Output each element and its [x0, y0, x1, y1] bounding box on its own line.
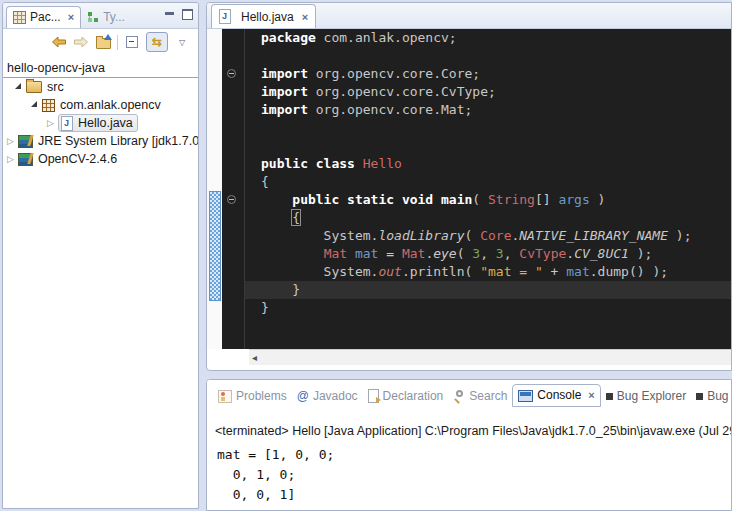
tree-item-src[interactable]: src — [3, 78, 198, 96]
tree-item-jre-system-library[interactable]: ▷JRE System Library [jdk1.7.0 — [3, 132, 198, 150]
code-token: org.opencv.core.CvType; — [308, 84, 496, 99]
tree-item-label: Hello.java — [78, 116, 133, 130]
square-icon — [696, 393, 703, 400]
code-token: ); — [629, 246, 652, 261]
code-editor[interactable]: package com.anlak.opencv;import org.open… — [222, 29, 731, 349]
fold-collapse-icon[interactable] — [227, 195, 236, 204]
twisty-expanded-icon[interactable] — [31, 101, 37, 107]
view-window-buttons — [165, 9, 193, 20]
tab-label: Search — [469, 389, 507, 403]
code-token: { — [261, 174, 269, 189]
close-icon[interactable]: × — [588, 390, 594, 400]
code-token: System. — [261, 264, 378, 279]
code-area[interactable]: package com.anlak.opencv;import org.open… — [245, 29, 731, 349]
code-line: } — [245, 281, 731, 299]
fold-collapse-icon[interactable] — [227, 69, 236, 78]
tree-item-label: src — [47, 80, 64, 94]
code-line: import org.opencv.core.CvType; — [261, 83, 731, 101]
console-tab-bug[interactable]: Bug — [691, 386, 732, 407]
console-tab-javadoc[interactable]: @Javadoc — [292, 386, 363, 407]
tab-package-explorer[interactable]: Pac... × — [6, 6, 81, 28]
console-tab-declaration[interactable]: Declaration — [363, 386, 449, 407]
code-token — [261, 246, 324, 261]
console-tab-console[interactable]: Console× — [512, 384, 600, 407]
tree-item-opencv-246[interactable]: ▷OpenCV-2.4.6 — [3, 150, 198, 168]
code-token: org.opencv.core.Core; — [308, 66, 480, 81]
code-token: Mat — [402, 246, 425, 261]
code-token: org.opencv.core.Mat; — [308, 102, 472, 117]
code-token: ) — [590, 192, 606, 207]
tree-item-com-anlak-opencv[interactable]: com.anlak.opencv — [3, 96, 198, 114]
console-output[interactable]: mat = [1, 0, 0; 0, 1, 0; 0, 0, 1] — [217, 445, 334, 505]
close-icon[interactable]: × — [302, 12, 308, 22]
fold-gutter — [222, 29, 245, 349]
go-into-button[interactable] — [95, 33, 111, 51]
tab-label: Javadoc — [313, 389, 358, 403]
code-token: CvType — [519, 246, 566, 261]
square-icon — [606, 393, 613, 400]
java-file-icon — [219, 9, 231, 24]
code-token: "mat = " — [480, 264, 543, 279]
code-token: } — [261, 282, 300, 297]
back-button[interactable] — [51, 33, 67, 51]
code-token: . — [566, 246, 574, 261]
tab-label: Ty... — [103, 10, 125, 24]
code-token: , — [504, 246, 520, 261]
tab-label: Bug Explorer — [617, 389, 686, 403]
code-token: + — [543, 264, 566, 279]
minimize-icon[interactable] — [165, 12, 174, 18]
code-token: { — [292, 210, 300, 225]
console-tab-problems[interactable]: Problems — [213, 386, 292, 407]
code-token: ( — [472, 192, 488, 207]
maximize-icon[interactable] — [182, 9, 193, 20]
source-folder-icon — [26, 81, 42, 93]
code-line — [261, 119, 731, 137]
tree-item-project-root[interactable]: hello-opencv-java — [3, 59, 198, 78]
console-tabbar: Problems@JavadocDeclarationSearchConsole… — [207, 380, 731, 407]
twisty-expanded-icon[interactable] — [15, 83, 21, 89]
twisty-collapsed-icon[interactable]: ▷ — [7, 136, 14, 146]
library-icon — [18, 153, 33, 166]
package-explorer-toolbar: ⇆ ▽ — [3, 29, 198, 55]
link-with-editor-button[interactable]: ⇆ — [146, 32, 168, 52]
close-icon[interactable]: × — [68, 12, 74, 22]
scroll-left-arrow-icon[interactable]: ◂ — [249, 352, 257, 363]
code-token: import — [261, 66, 308, 81]
horizontal-scrollbar[interactable]: ◂ — [249, 349, 731, 365]
tree-item-label: com.anlak.opencv — [60, 98, 161, 112]
code-token: String — [488, 192, 535, 207]
twisty-collapsed-icon[interactable]: ▷ — [47, 118, 54, 128]
eclipse-workbench: Pac... × Ty... ⇆ ▽ hello — [0, 0, 732, 511]
console-tab-bug-explorer[interactable]: Bug Explorer — [601, 386, 691, 407]
search-icon — [453, 390, 465, 402]
code-token: .dump() ); — [590, 264, 668, 279]
tree-item-hello-java[interactable]: ▷Hello.java — [3, 114, 198, 132]
code-token: CV_8UC1 — [574, 246, 629, 261]
code-line: { — [261, 173, 731, 191]
code-token: System. — [261, 228, 378, 243]
code-token: package — [261, 30, 316, 45]
view-menu-button[interactable]: ▽ — [174, 33, 190, 51]
code-line: import org.opencv.core.Mat; — [261, 101, 731, 119]
tree-selection: Hello.java — [58, 114, 138, 132]
code-line: Mat mat = Mat.eye( 3, 3, CvType.CV_8UC1 … — [261, 245, 731, 263]
forward-button[interactable] — [73, 33, 89, 51]
javadoc-icon: @ — [297, 390, 309, 402]
tab-type-hierarchy[interactable]: Ty... — [81, 7, 131, 28]
code-line — [261, 335, 731, 349]
editor-content: package com.anlak.opencv;import org.open… — [207, 29, 731, 349]
code-token: mat — [566, 264, 589, 279]
code-token: Core — [480, 228, 511, 243]
editor-tab-label: Hello.java — [241, 10, 294, 24]
link-with-editor-icon: ⇆ — [152, 36, 162, 48]
tab-hello-java[interactable]: Hello.java × — [211, 4, 316, 28]
console-tab-search[interactable]: Search — [448, 386, 512, 407]
editor-annotation-margin — [207, 29, 222, 349]
editor-panel: Hello.java × package com.anlak.opencv;im… — [206, 2, 732, 371]
collapse-all-icon — [126, 36, 138, 48]
collapse-all-button[interactable] — [124, 33, 140, 51]
library-icon — [18, 135, 33, 148]
java-file-icon — [61, 116, 73, 131]
editor-tabbar: Hello.java × — [207, 3, 731, 29]
twisty-collapsed-icon[interactable]: ▷ — [7, 154, 14, 164]
